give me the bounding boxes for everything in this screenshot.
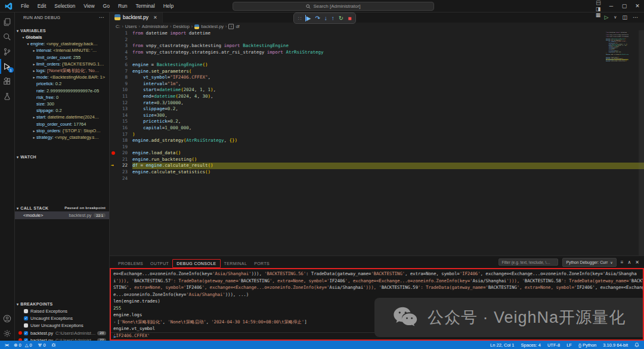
debug-stop-button[interactable]: ■ bbox=[348, 15, 351, 21]
editor-more-actions-icon[interactable]: ⋯ bbox=[633, 14, 638, 20]
debug-restart-button[interactable]: ↻ bbox=[339, 15, 343, 21]
checkbox[interactable]: ✓ bbox=[24, 331, 28, 335]
gutter[interactable]: 13 bbox=[110, 106, 132, 113]
menu-item-help[interactable]: Help bbox=[160, 2, 177, 10]
code-editor[interactable]: 1from datetime import datetime 2 3from v… bbox=[110, 30, 644, 255]
panel-maximize-icon[interactable]: ∧ bbox=[627, 260, 631, 265]
watch-header[interactable]: ▾WATCH bbox=[15, 153, 109, 160]
gutter[interactable]: 1 bbox=[110, 30, 132, 37]
variable-row[interactable]: slippage: 0.2 bbox=[15, 107, 109, 114]
cursor-position[interactable]: Ln 22, Col 1 bbox=[490, 342, 514, 348]
toggle-panel-icon[interactable]: ◫ bbox=[595, 0, 601, 8]
breadcrumb-item[interactable]: Users bbox=[125, 24, 137, 29]
gutter[interactable]: 21 bbox=[110, 157, 132, 163]
gutter[interactable]: 18 bbox=[110, 138, 132, 144]
gutter[interactable]: 23 bbox=[110, 169, 132, 176]
menu-item-run[interactable]: Run bbox=[114, 2, 131, 10]
breakpoint-exception-row[interactable]: ✓Uncaught Exceptions bbox=[15, 314, 109, 322]
menu-item-edit[interactable]: Edit bbox=[34, 2, 50, 10]
panel-close-icon[interactable]: ✕ bbox=[635, 260, 639, 265]
menu-item-terminal[interactable]: Terminal bbox=[132, 2, 159, 10]
notifications-bell-icon[interactable] bbox=[634, 342, 639, 347]
drag-grip-icon[interactable]: ∷ bbox=[298, 15, 301, 21]
variable-row[interactable]: ▸logs: ['None\t策略初始化', 'No… bbox=[15, 67, 109, 74]
gutter[interactable]: 11 bbox=[110, 94, 132, 100]
eol-sequence[interactable]: LF bbox=[566, 342, 572, 348]
variable-row[interactable]: stop_order_count: 17764 bbox=[15, 120, 109, 127]
breakpoint-exception-row[interactable]: Raised Exceptions bbox=[15, 307, 109, 314]
checkbox[interactable] bbox=[24, 309, 28, 313]
breadcrumb-item[interactable]: Desktop bbox=[173, 24, 190, 29]
ports-status[interactable]: 0 bbox=[38, 342, 46, 348]
menu-item-go[interactable]: Go bbox=[100, 2, 113, 10]
gutter[interactable]: 10 bbox=[110, 87, 132, 94]
breakpoint-file-row[interactable]: ✓backtest.pyC:\Users\Administ…20 bbox=[15, 329, 109, 336]
gutter[interactable]: 17 bbox=[110, 132, 132, 138]
editor-scrollbar[interactable] bbox=[639, 30, 644, 255]
language-mode[interactable]: {} Python bbox=[578, 342, 596, 348]
variable-row[interactable]: risk_free: 0 bbox=[15, 94, 109, 101]
console-filter-input[interactable]: Filter (e.g. text, !exclude, \… bbox=[499, 258, 558, 266]
panel-tab-problems[interactable]: PROBLEMS bbox=[114, 260, 147, 267]
tab-backtest-py[interactable]: backtest.py ✕ bbox=[110, 12, 163, 23]
gutter[interactable]: 20 bbox=[110, 150, 132, 157]
remote-indicator-icon[interactable]: >< bbox=[5, 343, 8, 347]
sidebar-more-actions-icon[interactable]: ⋯ bbox=[99, 14, 104, 20]
gutter[interactable]: 2 bbox=[110, 37, 132, 43]
variable-row[interactable]: pricetick: 0.2 bbox=[15, 80, 109, 87]
gutter[interactable]: 7 bbox=[110, 68, 132, 75]
variable-row[interactable]: ▸start: datetime.datetime(2024… bbox=[15, 114, 109, 120]
debug-step-over-button[interactable]: ↷ bbox=[315, 15, 320, 21]
panel-tab-terminal[interactable]: TERMINAL bbox=[221, 260, 251, 267]
breakpoint-exception-row[interactable]: User Uncaught Exceptions bbox=[15, 322, 109, 329]
source-control-icon[interactable] bbox=[0, 44, 15, 59]
debug-session-select[interactable]: Python Debugger: Curr∨ bbox=[562, 258, 616, 267]
minimap[interactable]: from datetime import datetimefrom vnpy_c… bbox=[606, 32, 628, 63]
checkbox[interactable] bbox=[24, 323, 28, 328]
variable-row[interactable]: ▸stop_orders: {'STOP.1': StopO… bbox=[15, 127, 109, 134]
call-stack-frame[interactable]: <module> backtest.py 22:1 bbox=[15, 211, 109, 219]
gutter[interactable]: 5 bbox=[110, 55, 132, 62]
customize-layout-icon[interactable]: ▦ bbox=[593, 12, 603, 18]
python-version[interactable]: 3.10.9 64-bit bbox=[603, 342, 628, 348]
problems-status[interactable]: ⊗0 △0 bbox=[14, 342, 32, 348]
checkbox[interactable]: ✓ bbox=[24, 316, 28, 320]
split-editor-icon[interactable]: ◫ bbox=[622, 14, 627, 20]
breadcrumb-item[interactable]: backtest.py bbox=[194, 24, 224, 29]
panel-tab-ports[interactable]: PORTS bbox=[250, 260, 273, 267]
call-stack-header[interactable]: ▾CALL STACK Paused on breakpoint bbox=[15, 204, 109, 211]
variable-row[interactable]: size: 300 bbox=[15, 101, 109, 107]
panel-filter-icon[interactable]: ≡ bbox=[621, 260, 624, 265]
command-center-search[interactable]: Search [Administrator] bbox=[233, 2, 434, 11]
breadcrumb-item[interactable]: C: bbox=[116, 24, 120, 29]
gutter[interactable]: 16 bbox=[110, 125, 132, 132]
close-button[interactable]: ✕ bbox=[631, 3, 644, 9]
account-icon[interactable] bbox=[0, 311, 15, 326]
gutter[interactable]: 15 bbox=[110, 119, 132, 125]
gutter[interactable]: 14 bbox=[110, 113, 132, 119]
maximize-button[interactable]: ▢ bbox=[618, 3, 631, 9]
debug-console[interactable]: e=<Exchange...o=zoneinfo.ZoneInfo(key='A… bbox=[110, 268, 644, 341]
panel-tab-output[interactable]: OUTPUT bbox=[147, 260, 172, 267]
debug-continue-button[interactable]: ▶ bbox=[305, 15, 311, 21]
menu-item-file[interactable]: File bbox=[17, 2, 33, 10]
breadcrumb[interactable]: C:›Users›Administrator›Desktop›backtest.… bbox=[110, 23, 644, 30]
encoding[interactable]: UTF-8 bbox=[547, 342, 560, 348]
gutter[interactable]: 9 bbox=[110, 81, 132, 88]
debug-step-out-button[interactable]: ↑ bbox=[332, 15, 335, 21]
breakpoints-header[interactable]: ▾BREAKPOINTS bbox=[15, 300, 109, 307]
variable-row[interactable]: limit_order_count: 255 bbox=[15, 54, 109, 61]
gutter[interactable]: 24 bbox=[110, 176, 132, 182]
testing-icon[interactable] bbox=[0, 89, 15, 104]
variable-row[interactable]: ▸strategy: <vnpy_ctastrategy.s… bbox=[15, 134, 109, 141]
breadcrumb-item[interactable]: xdf bbox=[228, 24, 239, 29]
debug-step-into-button[interactable]: ↓ bbox=[324, 15, 327, 21]
variable-engine[interactable]: ▾engine: <vnpy_ctastrategy.back… bbox=[15, 40, 109, 47]
menu-item-view[interactable]: View bbox=[80, 2, 98, 10]
variable-row[interactable]: ▸limit_orders: {'BACKTESTING.1… bbox=[15, 61, 109, 67]
gutter[interactable]: 8 bbox=[110, 74, 132, 81]
indentation[interactable]: Spaces: 4 bbox=[521, 342, 541, 348]
variable-row[interactable]: ▸interval: <Interval.MINUTE: '… bbox=[15, 47, 109, 54]
gutter[interactable]: →22 bbox=[110, 163, 132, 169]
gutter[interactable]: 4 bbox=[110, 49, 132, 56]
